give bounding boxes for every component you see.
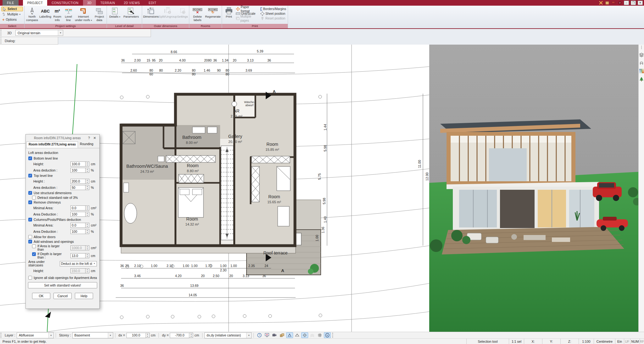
- layer-select[interactable]: Abfluesse▾: [17, 332, 54, 338]
- checkbox-detract-rate[interactable]: Detract standard rate of 3%: [32, 196, 97, 199]
- 3d-view[interactable]: [429, 45, 638, 332]
- spinner-control[interactable]: ▲▼: [86, 179, 89, 184]
- checkbox-if-depth-larger[interactable]: ✓If Depth is larger than :: [32, 252, 70, 259]
- dialog-close-button[interactable]: ✕: [92, 136, 97, 140]
- tab-rounding[interactable]: Rounding: [78, 141, 95, 148]
- angle-snap-button[interactable]: [286, 332, 293, 338]
- labelling-button[interactable]: ABC Labelling: [39, 6, 52, 19]
- box-icon[interactable]: [605, 1, 609, 5]
- tab-2d-views[interactable]: 2D VIEWS: [119, 0, 144, 6]
- min-area-input[interactable]: 0.0: [70, 205, 86, 210]
- staircase-mode-select[interactable]: Deduct as in the loft stor▾: [60, 261, 97, 266]
- room-info-button[interactable]: m² Room Info: [52, 6, 63, 22]
- spinner-control[interactable]: ▲▼: [86, 245, 89, 250]
- checkbox-structural-dimensions[interactable]: ✓Use structural dimensions: [28, 191, 97, 195]
- spinner-control[interactable]: ▲▼: [86, 253, 89, 258]
- panel-grip[interactable]: [641, 46, 642, 49]
- dy-input[interactable]: -700.0: [170, 333, 189, 338]
- spinner-control[interactable]: ▲▼: [86, 205, 89, 210]
- spinner-control[interactable]: ▲▼: [146, 333, 150, 338]
- toolbar-grip[interactable]: [1, 333, 3, 338]
- toolbar-grip[interactable]: [1, 38, 3, 44]
- spinner-control[interactable]: ▲▼: [86, 268, 89, 273]
- checkbox-top-level-line[interactable]: ✓Top level line: [28, 174, 97, 177]
- spinner-control[interactable]: ▲▼: [86, 185, 89, 190]
- roof-snap-button[interactable]: [294, 332, 301, 338]
- monitor-tool-button[interactable]: [264, 332, 270, 338]
- view-select[interactable]: Original terrain ▾: [15, 30, 63, 36]
- spinner-control[interactable]: ▲▼: [189, 333, 193, 338]
- dx-input[interactable]: 100.0: [126, 333, 146, 338]
- area-threshold-input[interactable]: 1000.0: [70, 245, 86, 250]
- min-area-input[interactable]: 0.0: [70, 223, 86, 228]
- sheet-position-button[interactable]: Sheet position: [260, 11, 287, 16]
- dialog-help-button[interactable]: ?: [86, 136, 92, 140]
- intersect-under-roofs-button[interactable]: Intersert under roofs ▾: [74, 6, 93, 22]
- furniture-icon[interactable]: [639, 60, 644, 65]
- project-data-button[interactable]: Project data: [93, 6, 106, 22]
- dialog-titlebar[interactable]: Room info/DIN 277/Living areas ? ✕: [26, 134, 99, 141]
- area-deduction-input[interactable]: 100: [70, 168, 86, 173]
- north-toggle-button[interactable]: N: [324, 332, 331, 338]
- ok-button[interactable]: OK: [32, 293, 50, 299]
- materials-palette-icon[interactable]: [639, 68, 644, 74]
- storey-select[interactable]: Basement▾: [72, 332, 113, 338]
- height-input[interactable]: 200.0: [70, 179, 86, 184]
- select-button[interactable]: Select: [1, 7, 23, 11]
- level-line-button[interactable]: Level line: [63, 6, 74, 22]
- tab-3d[interactable]: 3D: [83, 0, 96, 6]
- tab-edit[interactable]: EDIT: [144, 0, 161, 6]
- tab-room-info[interactable]: Room info/DIN 277/Living areas: [26, 141, 78, 148]
- help-button[interactable]: Help: [75, 293, 93, 299]
- regenerate-button[interactable]: ROOMS↻ Regenerate: [205, 6, 221, 19]
- spinner-control[interactable]: ▲▼: [86, 229, 89, 234]
- toolbar-grip[interactable]: [1, 30, 3, 36]
- paper-format-button[interactable]: Paper format: [235, 7, 259, 11]
- checkbox-add-windows[interactable]: ✓Add windows and openings: [28, 240, 97, 243]
- plants-icon[interactable]: [639, 77, 644, 82]
- paint-roller-icon[interactable]: [611, 1, 616, 5]
- area-deduction-input[interactable]: 100: [70, 229, 86, 234]
- depth-threshold-input[interactable]: 13.0: [70, 253, 86, 258]
- checkbox-columns-deduction[interactable]: ✓Columns/Posts/Pillars deduction: [28, 218, 97, 221]
- parameters-button[interactable]: Parameters: [122, 6, 140, 19]
- tools-icon[interactable]: [599, 1, 603, 5]
- dimensions-button[interactable]: Dimensions: [143, 6, 159, 19]
- coordinate-mode-select[interactable]: dx,dy (relative cartesian)▾: [204, 332, 252, 338]
- staircase-height-input[interactable]: 150.0: [70, 268, 86, 273]
- minimize-button[interactable]: ─: [624, 1, 629, 5]
- spinner-control[interactable]: ▲▼: [86, 223, 89, 228]
- checkbox-bottom-level-line[interactable]: ✓Bottom level line: [28, 156, 97, 160]
- tab-terrain[interactable]: TERRAIN: [96, 0, 119, 6]
- cancel-button[interactable]: Cancel: [53, 293, 72, 299]
- tab-construction[interactable]: CONSTRUCTION: [47, 0, 83, 6]
- layers-icon[interactable]: [639, 52, 644, 57]
- spinner-control[interactable]: ▲▼: [86, 161, 89, 167]
- checkbox-ignore-slab-openings[interactable]: Ignore all slab openings for Apartment A…: [28, 276, 97, 280]
- north-compass-button[interactable]: N North compass: [25, 6, 39, 22]
- objects-tool-button[interactable]: [279, 332, 286, 338]
- spinner-control[interactable]: ▲▼: [86, 168, 89, 173]
- details-button[interactable]: Details ▾: [108, 6, 122, 19]
- tab-project[interactable]: PROJECT: [23, 0, 47, 6]
- checkbox-allow-for-doors[interactable]: Allow for doors: [28, 235, 97, 239]
- checkbox-remove-chimneys[interactable]: ✓Remove chimneys: [28, 200, 97, 204]
- close-button[interactable]: ✕: [638, 1, 643, 5]
- checkbox-if-area-larger[interactable]: If Area is larger than: [32, 244, 70, 251]
- options-button[interactable]: + Options: [1, 17, 23, 22]
- delete-labels-button[interactable]: ROOMS✕ Delete labels: [190, 6, 205, 22]
- area-deduction-input[interactable]: 100: [70, 212, 86, 217]
- grid-toggle-button[interactable]: [316, 332, 323, 338]
- multiple-button[interactable]: Multiple▾: [1, 12, 23, 17]
- area-deduction-input[interactable]: 50: [70, 185, 86, 190]
- toolbar-grip[interactable]: [332, 333, 335, 338]
- height-input[interactable]: 100.0: [70, 161, 86, 167]
- tab-file[interactable]: FILE: [3, 0, 19, 6]
- clock-tool-button[interactable]: [256, 332, 263, 338]
- print-button[interactable]: Print: [223, 6, 235, 19]
- restore-button[interactable]: ❐: [631, 1, 636, 5]
- camera-tool-button[interactable]: [271, 332, 278, 338]
- spinner-control[interactable]: ▲▼: [86, 212, 89, 217]
- borders-margins-button[interactable]: Borders/Margins: [260, 7, 287, 11]
- set-standard-values-button[interactable]: Set with standard values!: [28, 282, 97, 288]
